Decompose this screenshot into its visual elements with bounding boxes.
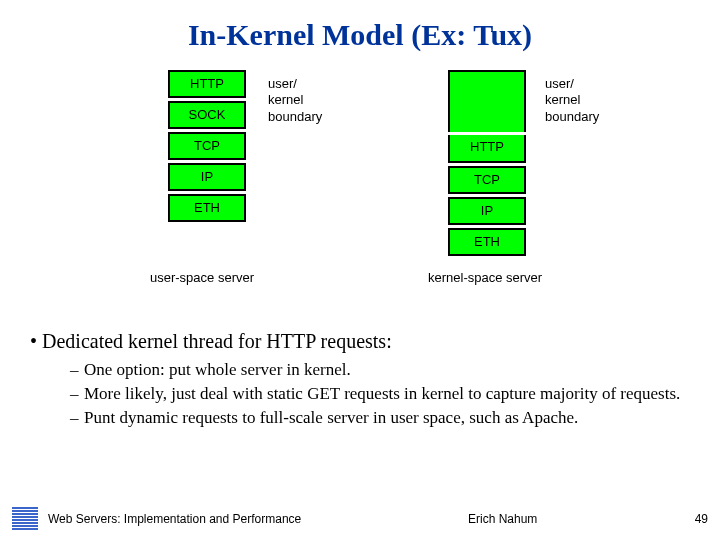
boundary-label-left: user/ kernel boundary (268, 76, 322, 125)
caption-kernel-space: kernel-space server (428, 270, 542, 285)
sub-bullet: More likely, just deal with static GET r… (70, 383, 690, 405)
slide-footer: Web Servers: Implementation and Performa… (0, 507, 720, 530)
layer-ip: IP (168, 163, 246, 191)
kernel-space-stack: HTTP TCP IP ETH (448, 70, 526, 256)
footer-author: Erich Nahum (468, 512, 668, 526)
sub-bullets: One option: put whole server in kernel. … (70, 359, 690, 428)
layer-spacer (448, 70, 526, 132)
diagram-area: HTTP SOCK TCP IP ETH user/ kernel bounda… (0, 70, 720, 310)
layer-eth: ETH (448, 228, 526, 256)
layer-tcp: TCP (168, 132, 246, 160)
page-number: 49 (668, 512, 708, 526)
sub-bullet: Punt dynamic requests to full-scale serv… (70, 407, 690, 429)
slide-title: In-Kernel Model (Ex: Tux) (0, 0, 720, 52)
bullet-content: • Dedicated kernel thread for HTTP reque… (30, 330, 690, 428)
layer-http: HTTP (168, 70, 246, 98)
boundary-label-right: user/ kernel boundary (545, 76, 599, 125)
sub-bullet: One option: put whole server in kernel. (70, 359, 690, 381)
layer-tcp: TCP (448, 166, 526, 194)
footer-left-text: Web Servers: Implementation and Performa… (48, 512, 468, 526)
lead-bullet-text: Dedicated kernel thread for HTTP request… (42, 330, 392, 352)
layer-ip: IP (448, 197, 526, 225)
caption-user-space: user-space server (150, 270, 254, 285)
lead-bullet: • Dedicated kernel thread for HTTP reque… (30, 330, 690, 353)
user-space-stack: HTTP SOCK TCP IP ETH (168, 70, 246, 222)
ibm-logo-icon (12, 507, 38, 530)
layer-eth: ETH (168, 194, 246, 222)
layer-sock: SOCK (168, 101, 246, 129)
layer-http: HTTP (448, 135, 526, 163)
